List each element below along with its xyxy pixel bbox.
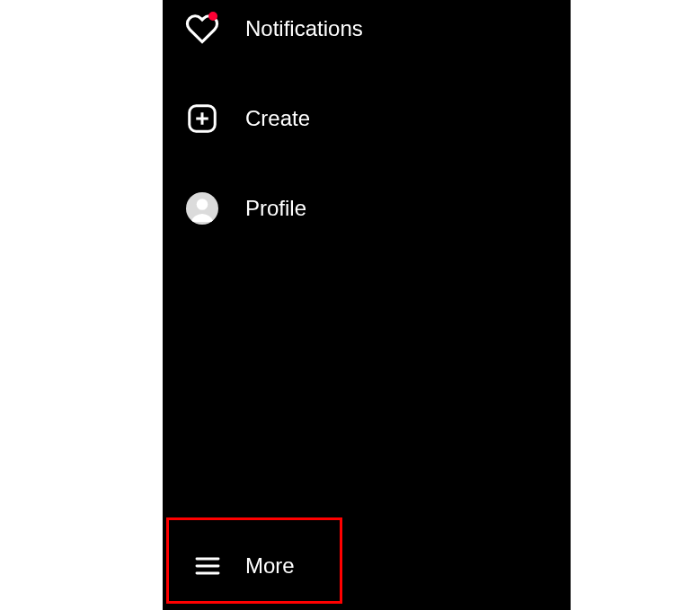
sidebar: Notifications Create Profile [163, 0, 571, 610]
nav-label-create: Create [245, 106, 310, 131]
notification-badge [208, 12, 217, 21]
svg-point-3 [197, 199, 208, 210]
nav-item-notifications[interactable]: Notifications [184, 11, 363, 47]
avatar-icon [184, 190, 220, 226]
hamburger-icon [190, 548, 226, 584]
nav-label-more: More [245, 553, 295, 579]
heart-icon [184, 11, 220, 47]
nav-item-create[interactable]: Create [184, 101, 310, 137]
nav-item-profile[interactable]: Profile [184, 190, 306, 226]
nav-label-notifications: Notifications [245, 16, 363, 41]
plus-square-icon [184, 101, 220, 137]
nav-item-more[interactable]: More [190, 548, 295, 584]
nav-label-profile: Profile [245, 196, 306, 221]
